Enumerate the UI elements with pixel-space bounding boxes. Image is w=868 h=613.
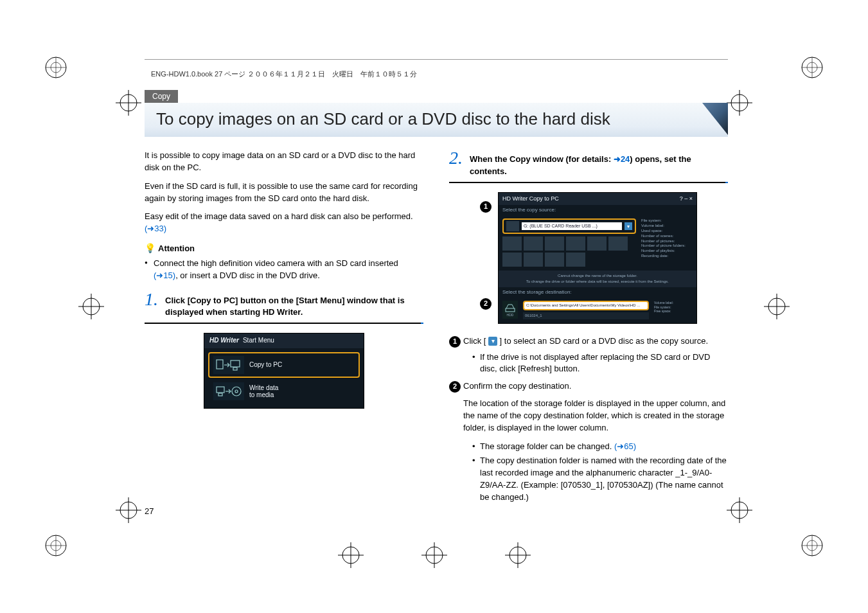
- intro-paragraph-1: It is possible to copy image data on an …: [145, 150, 423, 174]
- fig2-dest-panel: HDD C:\Documents and Settings\All Users\…: [499, 297, 696, 323]
- step-divider: [145, 323, 423, 324]
- figure-2-wrap: 1 2 HD Writer Copy to PC? – × Select the…: [449, 192, 728, 324]
- registration-mark-icon: [801, 57, 823, 78]
- columns: It is possible to copy image data on an …: [145, 150, 728, 506]
- figure-2-callouts: 1 2: [480, 192, 492, 324]
- thumbnail: [587, 236, 607, 251]
- fig2-thumbnails: [502, 236, 636, 267]
- thumbnail: [545, 253, 564, 267]
- thumbnail: [502, 253, 522, 267]
- callout-2-text: Confirm the copy destination.: [463, 381, 571, 391]
- callout-2-detail: The location of the storage folder is di…: [449, 398, 728, 504]
- lightbulb-icon: 💡: [145, 243, 155, 253]
- fig2-title: HD Writer Copy to PC: [502, 195, 559, 203]
- intro-paragraph-2: Even if the SD card is full, it is possi…: [145, 181, 423, 205]
- fig1-write-line2: to media: [249, 391, 274, 398]
- fig1-write-line1: Write data: [249, 384, 278, 391]
- svg-point-49: [235, 390, 238, 393]
- callout-1-text-a: Click [: [463, 336, 488, 346]
- attention-item: Connect the high definition video camera…: [145, 258, 423, 282]
- thumbnail: [545, 236, 564, 251]
- step-divider: [449, 182, 728, 183]
- callout-1: 1 Click [ ▾ ] to select an SD card or a …: [449, 335, 728, 376]
- fig2-titlebar: HD Writer Copy to PC? – ×: [499, 193, 696, 205]
- xref-link-33[interactable]: (➜33): [145, 224, 166, 233]
- callout-1-icon: 1: [480, 201, 492, 213]
- crosshair-icon: [116, 90, 141, 116]
- fig2-dest-stats: Volume label:File system:Free space:: [654, 301, 693, 319]
- fig2-dest-path: C:\Documents and Settings\All Users\Docu…: [523, 301, 649, 310]
- registration-mark-icon: [45, 57, 67, 78]
- step-number-2: 2.: [449, 150, 465, 166]
- callout-2: 2 Confirm the copy destination.: [449, 380, 728, 393]
- title-wrap: To copy images on an SD card or a DVD di…: [145, 103, 728, 137]
- attention-item-text-a: Connect the high definition video camera…: [154, 258, 398, 268]
- callout-2-sublist: The storage folder can be changed. (➜65)…: [463, 441, 728, 504]
- crosshair-icon: [78, 294, 104, 319]
- right-column: 2. When the Copy window (for details: ➜2…: [449, 150, 728, 506]
- sd-to-pc-icon: [213, 356, 244, 374]
- callout-1-num-icon: 1: [449, 336, 461, 348]
- fig1-brand: HD Writer: [209, 336, 239, 346]
- fig1-menu-label: Start Menu: [243, 336, 274, 346]
- fig1-titlebar: HD Writer Start Menu: [204, 333, 364, 348]
- xref-link-65[interactable]: (➜65): [614, 441, 636, 451]
- fig2-dest-subtitle: Select the storage destination:: [499, 287, 696, 298]
- folio-divider: [145, 59, 728, 60]
- attention-list: Connect the high definition video camera…: [145, 258, 423, 282]
- fig2-dest-fields: C:\Documents and Settings\All Users\Docu…: [523, 301, 649, 319]
- registration-mark-icon: [45, 535, 67, 556]
- step-2: 2. When the Copy window (for details: ➜2…: [449, 150, 728, 178]
- content-area: Copy To copy images on an SD card or a D…: [145, 90, 728, 506]
- crosshair-icon: [421, 542, 447, 568]
- callout-2-subitem-1: The storage folder can be changed. (➜65): [472, 441, 728, 453]
- svg-rect-45: [233, 368, 237, 370]
- fig2-msg-line2: To change the drive or folder where data…: [526, 280, 669, 283]
- figure-1: HD Writer Start Menu Copy to PC: [145, 333, 423, 409]
- title-bar: To copy images on an SD card or a DVD di…: [145, 103, 728, 137]
- fig2-source-selector: G: (BLUE SD CARD Reader USB ...) ▾: [502, 218, 636, 234]
- hdd-label: HDD: [507, 313, 514, 317]
- xref-link-15[interactable]: (➜15): [154, 271, 175, 280]
- step-number-1: 1.: [145, 291, 160, 307]
- callout-2-icon: 2: [480, 298, 492, 310]
- crosshair-icon: [338, 542, 364, 568]
- fig2-subtitle: Select the copy source:: [499, 205, 696, 215]
- fig2-source-field: G: (BLUE SD CARD Reader USB ...): [522, 222, 622, 230]
- step-2-text: When the Copy window (for details: ➜24) …: [470, 150, 728, 178]
- crosshair-icon: [505, 542, 531, 568]
- fig1-copy-to-pc-button: Copy to PC: [208, 352, 360, 378]
- folio-text: ENG-HDW1.0.book 27 ページ ２００６年１１月２１日 火曜日 午…: [151, 69, 417, 79]
- callout-2-paragraph: The location of the storage folder is di…: [463, 398, 728, 434]
- attention-heading: 💡Attention: [145, 242, 423, 255]
- page: ENG-HDW1.0.book 27 ページ ２００６年１１月２１日 火曜日 午…: [0, 0, 868, 613]
- thumbnail: [524, 236, 543, 251]
- pc-to-disc-icon: [213, 382, 244, 400]
- svg-rect-43: [217, 360, 223, 369]
- crosshair-icon: [727, 497, 752, 523]
- callout-1-subitem: If the drive is not displayed after repl…: [472, 351, 728, 376]
- svg-rect-47: [218, 393, 222, 396]
- crosshair-icon: [764, 294, 790, 319]
- fig2-window-buttons-icon: ? – ×: [680, 195, 693, 203]
- svg-point-48: [232, 387, 241, 396]
- thumbnail: [524, 253, 543, 267]
- fig1-write-data-button: Write data to media: [208, 378, 360, 404]
- figure-2-screenshot: HD Writer Copy to PC? – × Select the cop…: [498, 192, 697, 324]
- fig1-write-label: Write data to media: [249, 384, 278, 398]
- thumbnail: [502, 236, 522, 251]
- callout-1-text-b: ] to select an SD card or a DVD disc as …: [497, 336, 708, 346]
- thumbnail: [566, 253, 585, 267]
- intro-paragraph-3: Easy edit of the image data saved on a h…: [145, 211, 423, 235]
- attention-item-text-b: , or insert a DVD disc in the DVD drive.: [175, 271, 320, 280]
- step-1-text: Click [Copy to PC] button on the [Start …: [165, 291, 423, 319]
- callout-2-subitem-2: The copy destination folder is named wit…: [472, 455, 728, 503]
- fig2-dest-folder: 061024_1: [523, 312, 649, 319]
- sd-card-icon: [506, 221, 519, 231]
- page-number: 27: [145, 506, 154, 516]
- page-title: To copy images on an SD card or a DVD di…: [156, 109, 716, 129]
- dropdown-icon: ▾: [624, 222, 632, 230]
- crosshair-icon: [727, 90, 752, 116]
- fig2-source-info: File system:Volume label:Used space:Numb…: [641, 218, 693, 267]
- xref-link-24[interactable]: ➜24: [614, 154, 630, 164]
